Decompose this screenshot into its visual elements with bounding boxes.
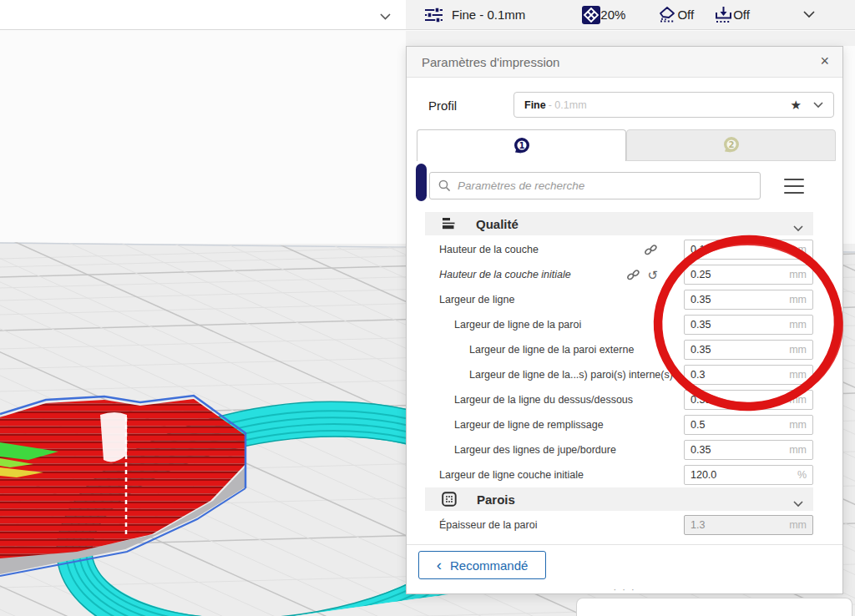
setting-unit: mm (789, 394, 807, 406)
sliders-icon (424, 6, 443, 24)
support-value[interactable]: Off (677, 8, 694, 22)
setting-value: 120.0 (691, 469, 716, 481)
material-toolbar (0, 0, 406, 30)
chevron-left-icon: ‹ (437, 557, 442, 573)
extruder-2-number: 2 (728, 140, 734, 149)
scrollbar-thumb[interactable] (416, 164, 427, 201)
walls-icon (442, 492, 457, 507)
profile-dropdown[interactable]: Fine - 0.1mm ★ (514, 92, 834, 118)
setting-value: 0.1 (691, 244, 705, 255)
quality-rows: Hauteur de la couche0.1mmHauteur de la c… (425, 237, 813, 487)
section-walls[interactable]: Parois (425, 487, 813, 511)
value-input: 1.3mm (684, 515, 813, 535)
setting-value: 0.35 (691, 394, 711, 406)
setting-value: 0.35 (691, 294, 711, 305)
setting-row: Largeur de ligne de la paroi externe0.35… (425, 337, 813, 362)
value-input[interactable]: 0.5mm (684, 415, 813, 435)
print-settings-panel: Paramètres d'impression × Profil Fine - … (406, 46, 843, 594)
chevron-down-icon[interactable] (380, 8, 391, 23)
search-input[interactable] (458, 179, 751, 192)
setting-value: 1.3 (691, 519, 705, 531)
setting-row: Épaisseur de la paroi1.3mm (425, 512, 813, 538)
recommended-button[interactable]: ‹ Recommandé (418, 551, 546, 579)
settings-list: Qualité Hauteur de la couche0.1mmHauteur… (425, 212, 813, 538)
value-input[interactable]: 0.25mm (684, 265, 813, 285)
setting-row: Largeur de ligne0.35mm (425, 287, 813, 312)
collapse-chevron-icon[interactable] (803, 11, 815, 18)
model-notch (100, 412, 127, 462)
value-input[interactable]: 0.35mm (684, 315, 813, 335)
setting-unit: mm (789, 369, 807, 381)
setting-label: Largeur de ligne de la...s) paroi(s) int… (425, 369, 673, 381)
setting-label: Hauteur de la couche (425, 244, 539, 255)
value-input[interactable]: 0.3mm (684, 365, 813, 385)
close-icon[interactable]: × (817, 52, 832, 70)
setting-label: Largeur de la ligne du dessus/dessous (425, 394, 633, 406)
setting-unit: mm (789, 519, 807, 531)
support-icon (657, 6, 677, 24)
setting-value: 0.35 (691, 319, 711, 331)
value-input[interactable]: 0.35mm (684, 440, 813, 460)
value-input[interactable]: 0.35mm (684, 340, 813, 360)
setting-row: Largeur de ligne de la paroi0.35mm (425, 312, 813, 337)
panel-header: Paramètres d'impression × (407, 47, 842, 78)
chevron-down-icon (793, 496, 803, 511)
setting-unit: mm (789, 419, 807, 431)
link-icon (626, 269, 640, 281)
link-icon (644, 244, 658, 256)
setting-row: Largeur de la ligne du dessus/dessous0.3… (425, 387, 813, 412)
setting-label: Largeur de ligne couche initiale (425, 469, 584, 481)
adhesion-icon (714, 6, 733, 24)
chevron-down-icon (813, 102, 823, 109)
setting-label: Hauteur de la couche initiale (425, 269, 571, 280)
setting-label: Largeur de ligne de la paroi externe (425, 344, 634, 356)
extruder-2-tab[interactable]: 2 (626, 129, 836, 161)
revert-icon[interactable]: ↺ (647, 269, 658, 281)
chevron-down-icon (793, 220, 803, 235)
toolbar-fill (406, 31, 855, 46)
setting-label: Largeur de ligne de la paroi (425, 319, 581, 331)
profile-label: Profil (428, 98, 457, 113)
adhesion-value[interactable]: Off (733, 8, 750, 22)
setting-unit: mm (789, 319, 807, 331)
section-quality-title: Qualité (476, 217, 519, 231)
print-settings-toolbar[interactable]: Fine - 0.1mm 20% Off (406, 0, 855, 30)
quality-icon (442, 218, 456, 230)
setting-unit: mm (789, 444, 807, 456)
setting-row: Largeur de ligne de remplissage0.5mm (425, 412, 813, 437)
setting-value: 0.3 (691, 369, 705, 381)
profile-quick-label[interactable]: Fine - 0.1mm (452, 8, 525, 22)
infill-value[interactable]: 20% (600, 8, 625, 22)
recommended-label: Recommandé (450, 558, 528, 573)
footer-divider (407, 544, 842, 545)
setting-row: Largeur de ligne couche initiale120.0% (425, 462, 813, 487)
resize-handle[interactable]: · · · (407, 585, 842, 593)
setting-label: Largeur des lignes de jupe/bordure (425, 444, 616, 456)
setting-unit: % (797, 469, 807, 481)
setting-row: Hauteur de la couche initiale↺0.25mm (425, 262, 813, 287)
profile-name: Fine (524, 99, 546, 111)
extruder-1-tab[interactable]: 1 (417, 129, 626, 161)
panel-title: Paramètres d'impression (422, 55, 559, 69)
bottom-popup-edge[interactable] (576, 598, 852, 616)
star-icon[interactable]: ★ (791, 98, 813, 113)
setting-unit: mm (789, 294, 807, 305)
cura-window: Fine - 0.1mm 20% Off (0, 0, 855, 616)
section-walls-title: Parois (477, 492, 515, 507)
setting-row: Largeur de ligne de la...s) paroi(s) int… (425, 362, 813, 387)
setting-unit: mm (789, 269, 807, 280)
value-input[interactable]: 0.35mm (684, 390, 813, 410)
setting-value: 0.5 (691, 419, 705, 431)
setting-unit: mm (789, 244, 807, 255)
setting-row: Largeur des lignes de jupe/bordure0.35mm (425, 437, 813, 462)
setting-label: Épaisseur de la paroi (425, 519, 537, 531)
section-quality[interactable]: Qualité (425, 212, 813, 235)
settings-search[interactable] (429, 172, 761, 199)
value-input[interactable]: 120.0% (684, 465, 813, 485)
value-input[interactable]: 0.35mm (684, 290, 813, 310)
setting-unit: mm (789, 344, 807, 356)
value-input[interactable]: 0.1mm (684, 240, 813, 260)
setting-row: Hauteur de la couche0.1mm (425, 237, 813, 262)
settings-menu-icon[interactable] (784, 179, 804, 194)
setting-label: Largeur de ligne (425, 294, 514, 305)
